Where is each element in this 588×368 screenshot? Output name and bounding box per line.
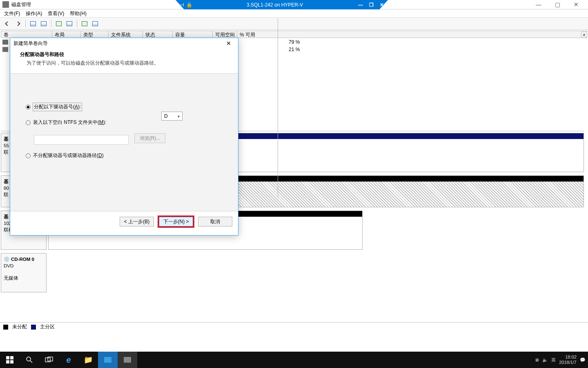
legend-primary: 主分区	[40, 323, 55, 330]
svg-rect-2	[6, 360, 9, 364]
legend-swatch-unallocated	[3, 325, 8, 330]
drive-icon	[2, 47, 8, 52]
toolbar-btn-5[interactable]	[80, 19, 89, 28]
browse-button: 浏览(R)...	[134, 133, 165, 143]
wizard-heading: 分配驱动器号和路径	[20, 51, 228, 58]
menu-view[interactable]: 查看(V)	[48, 10, 64, 16]
taskbar: e 📁 🖥 🔈 英 18:02 2018/1/7 💬	[0, 352, 588, 368]
toolbar-btn-2[interactable]	[39, 19, 49, 28]
volume-list-header: 卷 布局 类型 文件系统 状态 容量 可用空间 % 可用	[1, 31, 587, 38]
radio-icon	[26, 105, 31, 110]
legend-swatch-primary	[31, 325, 36, 330]
clock-date: 2018/1/7	[559, 360, 577, 365]
vm-minimize[interactable]: —	[357, 2, 364, 8]
close-button[interactable]: ✕	[567, 1, 586, 8]
wizard-body: 分配以下驱动器号(A): 装入以下空白 NTFS 文件夹中(M): 浏览(R).…	[10, 73, 238, 211]
lock-icon: 🔒	[185, 2, 193, 8]
wizard-title: 新建简单卷向导	[13, 40, 48, 47]
toolbar	[0, 18, 588, 30]
opt-assign-letter[interactable]: 分配以下驱动器号(A):	[26, 103, 228, 111]
vm-restore[interactable]: ❐	[368, 2, 375, 8]
vm-connection-bar: ⊣ 🔒 3.SQL1-242 on HYPER-V — ❐ ✕	[176, 0, 388, 9]
start-button[interactable]	[0, 352, 20, 368]
system-tray: 🖥 🔈 英 18:02 2018/1/7 💬	[535, 355, 588, 365]
wizard-titlebar[interactable]: 新建简单卷向导 ✕	[10, 38, 238, 49]
svg-line-5	[30, 361, 32, 363]
radio-icon	[26, 120, 31, 125]
pct-cell: 21 %	[289, 47, 300, 52]
chevron-down-icon: ▾	[178, 114, 180, 119]
clock-time: 18:02	[559, 355, 577, 360]
back-button[interactable]: < 上一步(B)	[120, 217, 154, 227]
col-capacity[interactable]: 容量	[173, 31, 213, 38]
cancel-button[interactable]: 取消	[198, 217, 232, 227]
opt-no-assign[interactable]: 不分配驱动器号或驱动器路径(D)	[26, 152, 228, 159]
taskview-button[interactable]	[39, 352, 59, 368]
toolbar-btn-3[interactable]	[54, 19, 64, 28]
col-status[interactable]: 状态	[143, 31, 173, 38]
scroll-up-button[interactable]: ▲	[581, 31, 587, 37]
toolbar-separator	[51, 20, 51, 27]
mount-path-input	[34, 135, 129, 145]
toolbar-btn-4[interactable]	[65, 19, 74, 28]
ime-indicator[interactable]: 英	[551, 357, 556, 363]
pct-cell: 79 %	[289, 39, 300, 45]
wizard-footer: < 上一步(B) 下一步(N) > 取消	[10, 211, 238, 232]
drive-icon	[2, 40, 8, 45]
svg-point-4	[27, 357, 31, 361]
window-title: 磁盘管理	[11, 1, 31, 8]
wizard-header: 分配驱动器号和路径 为了便于访问，可以给磁盘分区分配驱动器号或驱动器路径。	[10, 49, 238, 73]
vm-title: 3.SQL1-242 on HYPER-V	[193, 2, 357, 8]
col-layout[interactable]: 布局	[52, 31, 81, 38]
menu-action[interactable]: 操作(A)	[26, 10, 42, 16]
action-center-icon[interactable]: 💬	[580, 357, 586, 363]
toolbar-separator	[25, 20, 26, 27]
app-icon	[2, 1, 9, 8]
taskbar-app-2[interactable]	[118, 352, 137, 368]
col-percent[interactable]: % 可用	[237, 31, 587, 38]
minimize-button[interactable]: —	[529, 1, 548, 8]
svg-rect-1	[10, 356, 13, 359]
cdrom-type: DVD	[4, 263, 44, 269]
maximize-button[interactable]: ▢	[548, 1, 567, 8]
svg-rect-0	[6, 356, 9, 359]
drive-letter-value: D	[164, 113, 168, 119]
cdrom-state: 无媒体	[4, 275, 44, 281]
menu-bar: 文件(F) 操作(A) 查看(V) 帮助(H)	[0, 9, 588, 18]
col-free[interactable]: 可用空间	[213, 31, 237, 38]
col-volume[interactable]: 卷	[1, 31, 52, 38]
toolbar-btn-1[interactable]	[28, 19, 38, 28]
toolbar-separator	[77, 20, 77, 27]
nav-back-button[interactable]	[2, 19, 12, 28]
menu-help[interactable]: 帮助(H)	[70, 10, 87, 16]
toolbar-btn-6[interactable]	[90, 19, 100, 28]
menu-file[interactable]: 文件(F)	[4, 10, 20, 16]
svg-rect-3	[10, 360, 13, 364]
wizard-dialog: 新建简单卷向导 ✕ 分配驱动器号和路径 为了便于访问，可以给磁盘分区分配驱动器号…	[10, 38, 238, 236]
col-type[interactable]: 类型	[81, 31, 109, 38]
cdrom-label: 💿CD-ROM 0 DVD 无媒体	[1, 253, 47, 292]
radio-icon	[26, 153, 31, 158]
clock[interactable]: 18:02 2018/1/7	[559, 355, 577, 365]
wizard-subheading: 为了便于访问，可以给磁盘分区分配驱动器号或驱动器路径。	[20, 60, 228, 67]
opt-mount-folder[interactable]: 装入以下空白 NTFS 文件夹中(M):	[26, 119, 228, 126]
wizard-close-button[interactable]: ✕	[223, 40, 235, 47]
explorer-icon[interactable]: 📁	[78, 352, 98, 368]
ie-icon[interactable]: e	[59, 352, 78, 368]
cdrom-title: CD-ROM 0	[11, 256, 34, 263]
tray-volume-icon[interactable]: 🔈	[542, 357, 548, 363]
col-filesystem[interactable]: 文件系统	[109, 31, 143, 38]
taskbar-app-1[interactable]	[98, 352, 118, 368]
legend: 未分配 主分区	[0, 322, 588, 331]
nav-forward-button[interactable]	[13, 19, 23, 28]
search-button[interactable]	[20, 352, 39, 368]
tray-network-icon[interactable]: 🖥	[535, 357, 539, 362]
disc-icon: 💿	[4, 256, 9, 263]
next-button[interactable]: 下一步(N) >	[159, 217, 193, 227]
legend-unallocated: 未分配	[12, 323, 27, 330]
drive-letter-select[interactable]: D ▾	[161, 112, 183, 121]
